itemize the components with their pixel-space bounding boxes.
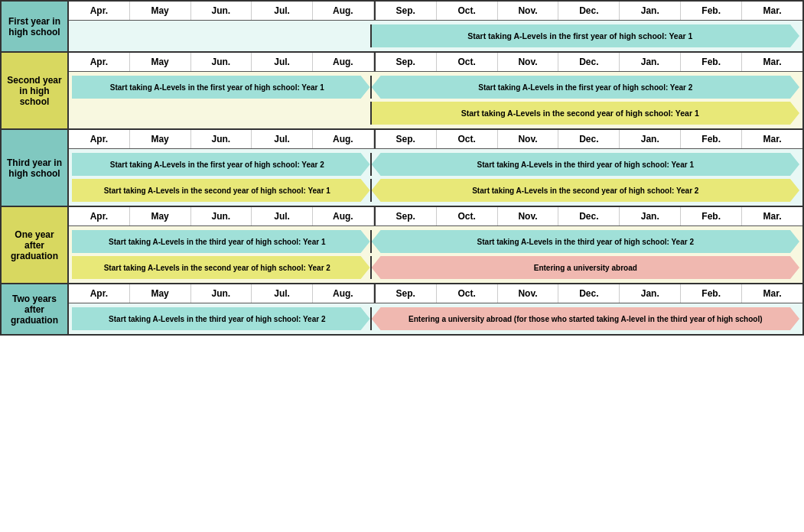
month-cell-Nov: Nov. [498,284,559,303]
bar-row-1: Start taking A-Levels in the second year… [72,179,799,202]
row-label-row2: Second year in high school [2,53,69,128]
month-cell-Jul: Jul. [252,53,313,71]
month-cell-Aug: Aug. [313,53,374,71]
bar-text-0: Start taking A-Levels in the first year … [372,24,799,47]
row-label-row1: First year in high school [2,2,69,51]
bars-area: Start taking A-Levels in the first year … [69,72,802,128]
bars-area: Start taking A-Levels in the first year … [69,21,802,51]
month-cell-Nov: Nov. [498,130,559,148]
month-cell-Dec: Dec. [558,130,620,148]
month-cell-Feb: Feb. [681,207,742,225]
bar-row-1: Start taking A-Levels in the second year… [72,256,799,279]
bar-row-1: Start taking A-Levels in the second year… [72,102,799,125]
month-cell-Jan: Jan. [620,284,681,303]
bar-second-text-0: Start taking A-Levels in the third year … [372,153,799,176]
month-cell-Mar: Mar. [742,284,802,303]
month-cell-Jan: Jan. [620,130,681,148]
month-cell-Apr: Apr. [69,53,130,71]
month-cell-Mar: Mar. [742,207,802,225]
bars-area: Start taking A-Levels in the third year … [69,226,802,283]
month-cell-Jun: Jun. [191,2,252,20]
row-label-row5: Two years after graduation [2,284,69,334]
month-cell-Sep: Sep. [376,284,437,303]
row-label-row4: One year after graduation [2,207,69,283]
month-cell-Sep: Sep. [376,207,437,225]
month-cell-Feb: Feb. [681,2,742,20]
month-cell-Dec: Dec. [558,284,620,303]
bar-first-text-0: Start taking A-Levels in the first year … [72,153,370,176]
month-cell-Apr: Apr. [69,130,130,148]
row-content-row4: Apr.MayJun.Jul.Aug.Sep.Oct.Nov.Dec.Jan.F… [69,207,802,283]
month-cell-Aug: Aug. [313,130,374,148]
month-cell-Aug: Aug. [313,284,374,303]
month-cell-Sep: Sep. [376,53,437,71]
bars-area: Start taking A-Levels in the first year … [69,149,802,206]
month-cell-Oct: Oct. [437,284,498,303]
bar-first-text-0: Start taking A-Levels in the first year … [72,76,370,99]
bar-row-0: Start taking A-Levels in the third year … [72,307,799,330]
month-cell-Feb: Feb. [681,130,742,148]
row-row1: First year in high schoolApr.MayJun.Jul.… [2,2,802,53]
month-cell-Mar: Mar. [742,130,802,148]
bar-text-1: Start taking A-Levels in the second year… [372,102,799,125]
row-row2: Second year in high schoolApr.MayJun.Jul… [2,53,802,130]
month-cell-Dec: Dec. [558,207,620,225]
month-cell-Feb: Feb. [681,284,742,303]
month-header-row: Apr.MayJun.Jul.Aug.Sep.Oct.Nov.Dec.Jan.F… [69,53,802,72]
month-cell-Jun: Jun. [191,284,252,303]
month-cell-Aug: Aug. [313,2,374,20]
month-cell-May: May [130,284,191,303]
month-cell-Nov: Nov. [498,2,559,20]
month-cell-May: May [130,2,191,20]
month-cell-Jul: Jul. [252,2,313,20]
row-row4: One year after graduationApr.MayJun.Jul.… [2,207,802,284]
row-label-row3: Third year in high school [2,130,69,206]
timeline: First year in high schoolApr.MayJun.Jul.… [0,0,804,336]
month-header-row: Apr.MayJun.Jul.Aug.Sep.Oct.Nov.Dec.Jan.F… [69,130,802,149]
bar-second-text-0: Start taking A-Levels in the first year … [372,76,799,99]
month-cell-Jul: Jul. [252,130,313,148]
month-header-row: Apr.MayJun.Jul.Aug.Sep.Oct.Nov.Dec.Jan.F… [69,207,802,226]
month-cell-Mar: Mar. [742,53,802,71]
row-row3: Third year in high schoolApr.MayJun.Jul.… [2,130,802,207]
bar-first-text-1: Start taking A-Levels in the second year… [72,256,370,279]
month-cell-Oct: Oct. [437,130,498,148]
row-content-row1: Apr.MayJun.Jul.Aug.Sep.Oct.Nov.Dec.Jan.F… [69,2,802,51]
month-cell-Jun: Jun. [191,207,252,225]
month-cell-Apr: Apr. [69,284,130,303]
month-header-row: Apr.MayJun.Jul.Aug.Sep.Oct.Nov.Dec.Jan.F… [69,2,802,21]
month-cell-Nov: Nov. [498,53,559,71]
month-cell-Jul: Jul. [252,284,313,303]
bar-row-0: Start taking A-Levels in the third year … [72,230,799,253]
bar-second-text-0: Entering a university abroad (for those … [372,307,799,330]
month-cell-Sep: Sep. [376,2,437,20]
row-content-row3: Apr.MayJun.Jul.Aug.Sep.Oct.Nov.Dec.Jan.F… [69,130,802,206]
row-content-row2: Apr.MayJun.Jul.Aug.Sep.Oct.Nov.Dec.Jan.F… [69,53,802,128]
bar-first-text-0: Start taking A-Levels in the third year … [72,230,370,253]
month-cell-Apr: Apr. [69,2,130,20]
bar-row-0: Start taking A-Levels in the first year … [72,24,799,47]
month-cell-Jan: Jan. [620,2,681,20]
bar-row-0: Start taking A-Levels in the first year … [72,153,799,176]
month-cell-Nov: Nov. [498,207,559,225]
row-row5: Two years after graduationApr.MayJun.Jul… [2,284,802,334]
month-header-row: Apr.MayJun.Jul.Aug.Sep.Oct.Nov.Dec.Jan.F… [69,284,802,303]
month-cell-May: May [130,53,191,71]
bar-second-text-0: Start taking A-Levels in the third year … [372,230,799,253]
month-cell-Oct: Oct. [437,2,498,20]
month-cell-Aug: Aug. [313,207,374,225]
month-cell-Oct: Oct. [437,207,498,225]
month-cell-May: May [130,130,191,148]
bar-second-text-1: Start taking A-Levels in the second year… [372,179,799,202]
month-cell-Jan: Jan. [620,207,681,225]
month-cell-Apr: Apr. [69,207,130,225]
bar-second-text-1: Entering a university abroad [372,256,799,279]
bar-first-text-1: Start taking A-Levels in the second year… [72,179,370,202]
month-cell-Dec: Dec. [558,53,620,71]
month-cell-Oct: Oct. [437,53,498,71]
month-cell-Feb: Feb. [681,53,742,71]
bars-area: Start taking A-Levels in the third year … [69,303,802,334]
month-cell-Jul: Jul. [252,207,313,225]
row-content-row5: Apr.MayJun.Jul.Aug.Sep.Oct.Nov.Dec.Jan.F… [69,284,802,334]
month-cell-Mar: Mar. [742,2,802,20]
